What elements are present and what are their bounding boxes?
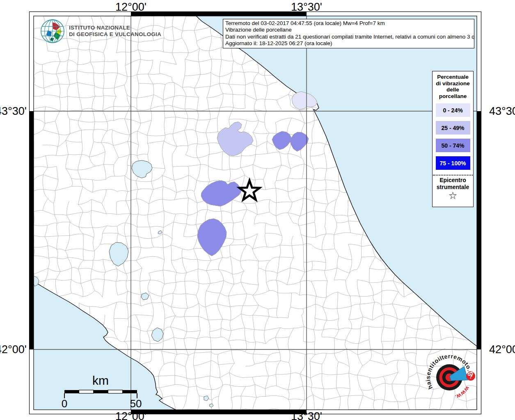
ingv-logo: ISTITUTO NAZIONALE DI GEOFISICA E VULCAN… bbox=[40, 18, 161, 44]
epicenter-star-icon: ☆ bbox=[433, 191, 473, 201]
legend-title: Percentuale di vibrazione delle porcella… bbox=[433, 74, 473, 99]
ingv-name-line2: DI GEOFISICA E VULCANOLOGIA bbox=[69, 31, 161, 38]
axis-label-right-bottom: 42°00' bbox=[489, 343, 515, 356]
legend-divider bbox=[433, 175, 473, 176]
axis-label-left-top: 43°30' bbox=[0, 105, 27, 118]
legend-swatch-25-49: 25 - 49% bbox=[436, 121, 470, 135]
scale-start-label: 0 bbox=[62, 397, 67, 410]
legend-title-line: Percentuale bbox=[433, 74, 473, 80]
legend-epicenter-line: strumentale bbox=[433, 184, 473, 191]
legend-title-line: di vibrazione bbox=[433, 80, 473, 87]
legend-title-line: porcellane bbox=[433, 93, 473, 100]
legend-swatch-75-100: 75 - 100% bbox=[436, 156, 470, 170]
page: { "title_box": { "lines": [ "Terremoto d… bbox=[0, 0, 515, 420]
axis-label-bottom-right: 13°30' bbox=[291, 410, 322, 420]
legend-epicenter-line: Epicentro bbox=[433, 177, 473, 184]
event-info-line: Vibrazione delle porcellane bbox=[225, 27, 472, 33]
axis-label-top-left: 12°00' bbox=[115, 1, 146, 14]
legend-epicenter-label: Epicentro strumentale bbox=[433, 177, 473, 190]
event-info-line: Dati non verificati estratti da 21 quest… bbox=[225, 34, 472, 40]
legend: Percentuale di vibrazione delle porcella… bbox=[432, 71, 474, 207]
scale-unit-label: km bbox=[92, 374, 109, 387]
event-info-box: Terremoto del 03-02-2017 04:47:55 (ora l… bbox=[223, 19, 474, 48]
axis-label-bottom-left: 12°00' bbox=[115, 410, 146, 420]
ingv-name-line1: ISTITUTO NAZIONALE bbox=[69, 25, 161, 31]
ingv-globe-icon bbox=[40, 18, 65, 44]
axis-label-right-top: 43°30' bbox=[489, 105, 515, 118]
axis-label-top-right: 13°30' bbox=[291, 1, 322, 14]
event-info-line: Aggiornato il: 18-12-2025 06:27 (ora loc… bbox=[225, 40, 472, 47]
scale-end-label: 50 bbox=[130, 397, 142, 410]
axis-label-left-bottom: 42°00' bbox=[0, 343, 27, 356]
event-info-line: Terremoto del 03-02-2017 04:47:55 (ora l… bbox=[225, 20, 472, 27]
map-canvas: ? haisentitoilterremoto.itwww. km 0 50 bbox=[0, 0, 515, 420]
legend-swatch-0-24: 0 - 24% bbox=[436, 103, 470, 117]
legend-title-line: delle bbox=[433, 87, 473, 93]
legend-swatch-50-74: 50 - 74% bbox=[436, 139, 470, 152]
